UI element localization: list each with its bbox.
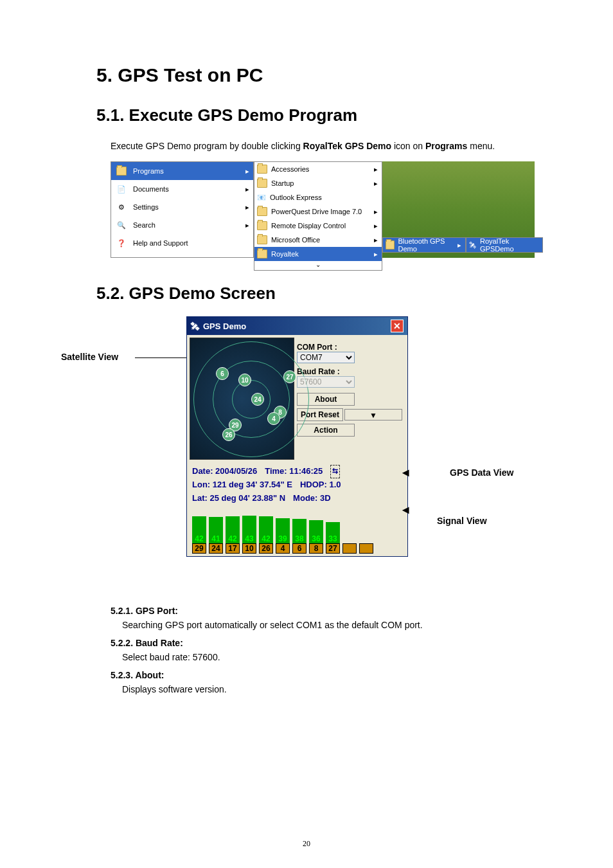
- intro-mid: icon on: [391, 141, 425, 151]
- baud-rate-select[interactable]: 57600: [297, 376, 355, 388]
- folder-icon: [257, 221, 267, 230]
- satellite-dot: 27: [283, 370, 296, 383]
- start-label-search: Search: [133, 221, 155, 229]
- lon-text: Lon: 121 deg 34' 37.54" E: [192, 478, 292, 492]
- start-item-settings[interactable]: ⚙ Settings ▸: [111, 198, 253, 216]
- signal-bar-id: .: [359, 543, 373, 554]
- submenu-royaltek[interactable]: Royaltek▸: [254, 247, 382, 261]
- mode-text: Mode: 3D: [293, 492, 331, 505]
- submenu-outlook[interactable]: 📧Outlook Express: [254, 190, 382, 204]
- section-521-text: Searching GPS port automatically or sele…: [122, 616, 562, 634]
- signal-bar-id: 6: [292, 543, 306, 554]
- gps-demo-title: GPS Demo: [203, 321, 246, 331]
- signal-bar: 42: [226, 516, 240, 543]
- chevron-right-icon: ▸: [245, 221, 249, 230]
- satellite-dot: 10: [238, 374, 251, 386]
- start-item-search[interactable]: 🔍 Search ▸: [111, 216, 253, 234]
- outlook-icon: 📧: [257, 194, 266, 202]
- submenu-label: PowerQuest Drive Image 7.0: [271, 208, 362, 215]
- start-menu-screenshot: Programs ▸ 📄 Documents ▸ ⚙ Settings ▸ 🔍 …: [111, 161, 535, 258]
- signal-bar-id: 8: [309, 543, 323, 554]
- folder-icon: [257, 207, 267, 216]
- signal-bar-id: 17: [226, 543, 240, 554]
- signal-view: ◄ 424142434239383633 292417102646827..: [187, 507, 407, 556]
- callout-line: [135, 357, 186, 358]
- section-523-title: 5.2.3. About:: [111, 670, 562, 680]
- close-icon: ✕: [393, 321, 401, 331]
- folder-icon: [257, 165, 267, 174]
- intro-paragraph: Execute GPS Demo program by double click…: [111, 137, 562, 155]
- action-button[interactable]: Action: [297, 424, 355, 437]
- close-button[interactable]: ✕: [391, 320, 404, 332]
- section-521-title: 5.2.1. GPS Port:: [111, 606, 562, 616]
- submenu-accessories[interactable]: Accessories▸: [254, 162, 382, 176]
- start-item-programs[interactable]: Programs ▸: [111, 162, 253, 180]
- royaltek-submenu: Bluetooth GPS Demo▸: [382, 237, 466, 253]
- section-522-title: 5.2.2. Baud Rate:: [111, 638, 562, 648]
- signal-bar: 33: [326, 522, 340, 543]
- settings-icon: ⚙: [115, 201, 128, 213]
- section-522-text: Select baud rate: 57600.: [122, 648, 562, 666]
- start-label-help: Help and Support: [133, 239, 188, 247]
- chevron-right-icon: ▸: [245, 203, 249, 212]
- submenu-bluetooth-gps[interactable]: Bluetooth GPS Demo▸: [383, 238, 465, 252]
- start-item-documents[interactable]: 📄 Documents ▸: [111, 180, 253, 198]
- gps-demo-titlebar: 🛰 GPS Demo ✕: [187, 317, 407, 335]
- chevron-right-icon: ▸: [374, 222, 378, 230]
- submenu-remote[interactable]: Remote Display Control▸: [254, 219, 382, 233]
- intro-bold-2: Programs: [425, 141, 467, 151]
- heading-2-screen: 5.2. GPS Demo Screen: [96, 284, 562, 303]
- gpsdemo-submenu: 🛰RoyalTek GPSDemo: [466, 237, 543, 253]
- submenu-msoffice[interactable]: Microsoft Office▸: [254, 233, 382, 247]
- folder-icon: [257, 179, 267, 188]
- start-menu-main: Programs ▸ 📄 Documents ▸ ⚙ Settings ▸ 🔍 …: [111, 161, 254, 258]
- satellite-view-label: Satellite View: [61, 352, 118, 362]
- chevron-right-icon: ▸: [374, 250, 378, 258]
- arrow-left-icon: ◄: [400, 503, 411, 517]
- submenu-label: Royaltek: [271, 250, 299, 258]
- date-text: Date: 2004/05/26: [192, 465, 257, 478]
- chevron-right-icon: ▸: [374, 165, 378, 174]
- page-number: 20: [0, 839, 613, 849]
- folder-icon: [257, 249, 267, 258]
- submenu-label: Outlook Express: [270, 194, 322, 201]
- com-port-select[interactable]: COM7: [297, 352, 355, 363]
- submenu-startup[interactable]: Startup▸: [254, 176, 382, 190]
- hdop-text: HDOP: 1.0: [300, 478, 341, 492]
- signal-bar-id: 29: [192, 543, 206, 554]
- port-reset-dropdown[interactable]: ▼: [344, 409, 402, 420]
- folder-icon: [257, 235, 267, 244]
- controls-panel: COM Port : COM7 Baud Rate : 57600 About …: [294, 338, 405, 460]
- gps-demo-window: 🛰 GPS Demo ✕ 6102724842926 COM Port : CO…: [186, 316, 408, 557]
- signal-bar: 42: [259, 516, 273, 543]
- intro-pre: Execute GPS Demo program by double click…: [111, 141, 303, 151]
- signal-bar: 39: [276, 518, 290, 543]
- signal-bar: 42: [192, 516, 206, 543]
- submenu-powerquest[interactable]: PowerQuest Drive Image 7.0▸: [254, 204, 382, 219]
- signal-bar: 43: [242, 516, 256, 543]
- search-icon: 🔍: [115, 219, 128, 231]
- submenu-label: Startup: [271, 179, 294, 187]
- signal-bar-id: .: [342, 543, 357, 554]
- start-label-documents: Documents: [133, 185, 169, 193]
- start-item-help[interactable]: ❓ Help and Support: [111, 234, 253, 252]
- signal-bar-id: 4: [276, 543, 290, 554]
- satellite-dot: 6: [216, 367, 229, 380]
- gps-demo-diagram: Satellite View GPS Data View Signal View…: [51, 316, 562, 586]
- chevron-down-icon[interactable]: ⌄: [254, 261, 382, 270]
- section-523-text: Displays software version.: [122, 680, 562, 698]
- signal-bar-id: 26: [259, 543, 273, 554]
- signal-bar: 36: [309, 520, 323, 543]
- folder-icon: [386, 240, 395, 249]
- expand-icon[interactable]: ⇆: [330, 465, 340, 478]
- chevron-right-icon: ▸: [458, 241, 461, 249]
- arrow-left-icon: ◄: [400, 464, 411, 482]
- chevron-right-icon: ▸: [245, 185, 249, 194]
- intro-post: menu.: [467, 141, 495, 151]
- programs-icon: [115, 165, 128, 177]
- app-icon: 🛰: [469, 241, 476, 249]
- submenu-royaltek-gpsdemo[interactable]: 🛰RoyalTek GPSDemo: [466, 238, 542, 252]
- chevron-right-icon: ▸: [374, 208, 378, 216]
- heading-2-execute: 5.1. Execute GPS Demo Program: [96, 105, 562, 125]
- signal-bar: 41: [209, 517, 223, 543]
